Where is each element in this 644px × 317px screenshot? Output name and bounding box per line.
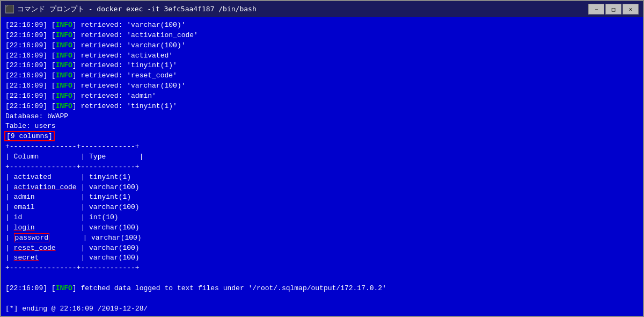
terminal-line: [9 columns] bbox=[5, 132, 639, 142]
titlebar-controls[interactable]: － □ × bbox=[588, 4, 639, 15]
terminal-line: Database: bWAPP bbox=[5, 112, 639, 122]
terminal-line: | Column | Type | bbox=[5, 152, 639, 162]
terminal-line: +----------------+-------------+ bbox=[5, 162, 639, 172]
terminal-line: [22:16:09] [INFO] retrieved: 'varchar(10… bbox=[5, 41, 639, 51]
app-icon: ⬛ bbox=[5, 5, 14, 13]
terminal-line: [22:16:09] [INFO] retrieved: 'admin' bbox=[5, 91, 639, 102]
terminal-line: [22:16:09] [INFO] retrieved: 'varchar(10… bbox=[5, 81, 639, 91]
maximize-button[interactable]: □ bbox=[605, 4, 621, 15]
terminal-line: | activation_code | varchar(100) bbox=[5, 183, 639, 193]
titlebar-left: ⬛ コマンド プロンプト - docker exec -it 3efc5aa4f… bbox=[5, 4, 257, 14]
close-button[interactable]: × bbox=[623, 4, 639, 15]
terminal: [22:16:09] [INFO] retrieved: 'varchar(10… bbox=[1, 17, 643, 316]
terminal-line: | admin | tinyint(1) bbox=[5, 192, 639, 203]
terminal-line: [22:16:09] [INFO] retrieved: 'tinyint(1)… bbox=[5, 61, 639, 71]
minimize-button[interactable]: － bbox=[588, 4, 604, 15]
terminal-line: [22:16:09] [INFO] retrieved: 'tinyint(1)… bbox=[5, 102, 639, 112]
terminal-line: | reset_code | varchar(100) bbox=[5, 243, 639, 254]
terminal-line: +----------------+-------------+ bbox=[5, 263, 639, 273]
terminal-line: [22:16:09] [INFO] retrieved: 'activation… bbox=[5, 31, 639, 41]
terminal-line: | activated | tinyint(1) bbox=[5, 172, 639, 183]
terminal-line: | password | varchar(100) bbox=[5, 233, 639, 243]
terminal-line bbox=[5, 294, 639, 304]
terminal-line: | login | varchar(100) bbox=[5, 223, 639, 233]
terminal-line: [22:16:09] [INFO] retrieved: 'varchar(10… bbox=[5, 20, 639, 31]
terminal-line: +----------------+-------------+ bbox=[5, 142, 639, 152]
terminal-line: | secret | varchar(100) bbox=[5, 253, 639, 263]
terminal-line: | id | int(10) bbox=[5, 213, 639, 223]
terminal-line: [*] ending @ 22:16:09 /2019-12-28/ bbox=[5, 304, 639, 314]
titlebar: ⬛ コマンド プロンプト - docker exec -it 3efc5aa4f… bbox=[1, 1, 643, 17]
terminal-line: Table: users bbox=[5, 121, 639, 132]
terminal-line: | email | varchar(100) bbox=[5, 203, 639, 213]
terminal-line: [22:16:09] [INFO] fetched data logged to… bbox=[5, 284, 639, 294]
terminal-line bbox=[5, 273, 639, 284]
terminal-line: [22:16:09] [INFO] retrieved: 'activated' bbox=[5, 51, 639, 61]
terminal-line: [22:16:09] [INFO] retrieved: 'reset_code… bbox=[5, 71, 639, 81]
window: ⬛ コマンド プロンプト - docker exec -it 3efc5aa4f… bbox=[0, 0, 644, 317]
titlebar-title: コマンド プロンプト - docker exec -it 3efc5aa4f18… bbox=[17, 4, 257, 14]
